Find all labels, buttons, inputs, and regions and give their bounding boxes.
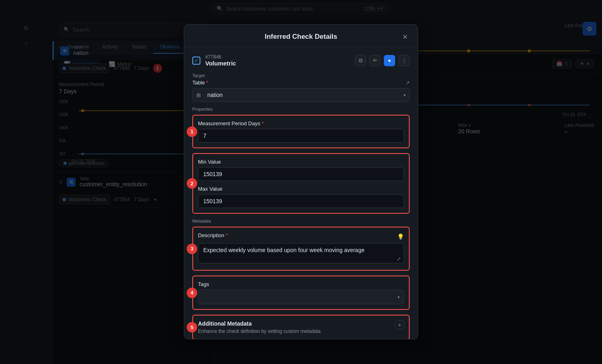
modal-body: ✓ #77846 Volumetric ⧉ ✏ ● ⋮ Target Table…: [184, 48, 418, 339]
tags-label: Tags: [198, 281, 404, 287]
tags-chevron-icon: ▾: [398, 295, 400, 299]
measurement-period-form-section: 1 Measurement Period Days *: [192, 115, 410, 148]
status-action-btn[interactable]: ●: [384, 55, 395, 66]
additional-meta-title: Additional Metadata: [198, 320, 321, 327]
min-max-form-section: 2 Min Value Max Value: [192, 153, 410, 214]
inferred-check-modal: Inferred Check Details ✕ ✓ #77846 Volume…: [184, 24, 418, 339]
modal-check-number: #77846: [205, 54, 350, 60]
modal-overlay: Inferred Check Details ✕ ✓ #77846 Volume…: [0, 0, 602, 364]
table-grid-icon: ⊞: [196, 92, 201, 98]
modal-title: Inferred Check Details: [202, 33, 400, 41]
properties-section-label: Properties: [192, 107, 410, 112]
modal-header: Inferred Check Details ✕: [184, 25, 418, 48]
measurement-period-label: Measurement Period Days *: [198, 120, 404, 126]
tags-section: Tags ▾: [192, 276, 410, 310]
description-wrapper: Expected weekly volume based upon four w…: [198, 243, 404, 265]
max-value-label: Max Value: [198, 186, 404, 192]
description-textarea[interactable]: Expected weekly volume based upon four w…: [198, 243, 404, 263]
table-select[interactable]: nation: [192, 88, 410, 102]
step-number-5: 5: [187, 322, 197, 332]
check-checkbox[interactable]: ✓: [192, 57, 200, 65]
expand-icon[interactable]: ⤢: [397, 256, 401, 262]
step-number-1: 1: [187, 126, 197, 137]
table-select-chevron: ▾: [404, 93, 406, 97]
check-id-block: #77846 Volumetric: [205, 54, 350, 67]
step-number-4: 4: [187, 288, 197, 298]
target-form-section: Target Table * ↗ ⊞ nation ▾: [192, 73, 410, 102]
additional-meta-add-button[interactable]: +: [395, 320, 404, 329]
min-max-section: Min Value Max Value: [192, 153, 410, 214]
modal-check-type: Volumetric: [205, 60, 350, 67]
check-action-buttons: ⧉ ✏ ● ⋮: [355, 55, 410, 66]
table-select-wrapper: ⊞ nation ▾: [192, 88, 410, 102]
lightbulb-icon: 💡: [397, 234, 404, 240]
more-action-btn[interactable]: ⋮: [398, 55, 410, 66]
copy-action-btn[interactable]: ⧉: [355, 55, 366, 66]
additional-meta-desc: Enhance the check definition by setting …: [198, 328, 321, 334]
modal-close-button[interactable]: ✕: [400, 32, 410, 42]
max-value-input[interactable]: [198, 194, 404, 208]
additional-metadata-section: Additional Metadata Enhance the check de…: [192, 315, 410, 339]
table-field-label: Table *: [192, 80, 208, 86]
tags-form-section: 4 Tags ▾: [192, 276, 410, 310]
modal-check-header: ✓ #77846 Volumetric ⧉ ✏ ● ⋮: [192, 54, 410, 67]
measurement-period-input[interactable]: [198, 129, 404, 143]
additional-meta-text: Additional Metadata Enhance the check de…: [198, 320, 321, 334]
step-number-3: 3: [187, 244, 197, 254]
description-section: Description * 💡 Expected weekly volume b…: [192, 227, 410, 271]
table-expand-icon[interactable]: ↗: [406, 80, 410, 86]
description-form-section: 3 Description * 💡 Expected weekly volume…: [192, 227, 410, 271]
tags-input-wrapper[interactable]: ▾: [198, 290, 404, 304]
measurement-period-section: Measurement Period Days *: [192, 115, 410, 148]
additional-meta-form-section: 5 Additional Metadata Enhance the check …: [192, 315, 410, 339]
min-value-input[interactable]: [198, 167, 404, 181]
description-label: Description *: [198, 232, 228, 238]
min-value-label: Min Value: [198, 159, 404, 165]
edit-action-btn[interactable]: ✏: [369, 55, 381, 66]
metadata-section-label: Metadata: [192, 219, 410, 223]
step-number-2: 2: [187, 178, 197, 189]
target-section-label: Target: [192, 73, 410, 78]
